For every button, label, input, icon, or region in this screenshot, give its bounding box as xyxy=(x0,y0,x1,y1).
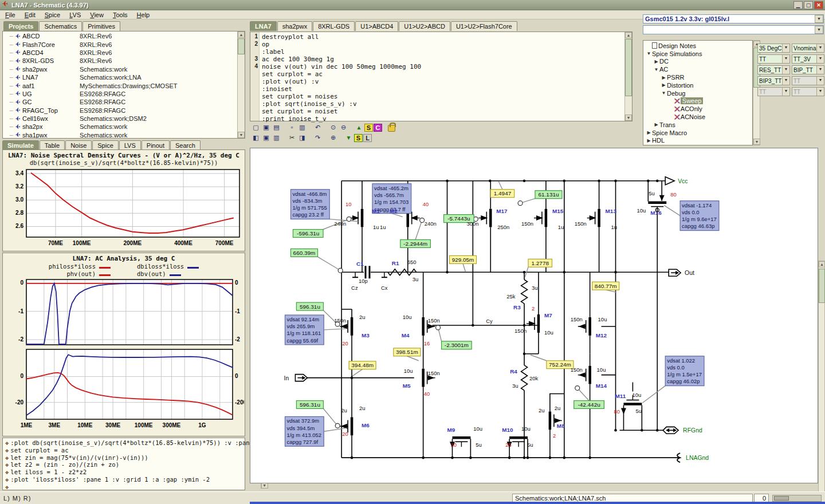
status-slider[interactable] xyxy=(772,495,822,502)
device-M13 xyxy=(587,181,599,272)
spice-script-editor[interactable]: 1234 destroyplot allop:labelac dec 100 3… xyxy=(250,32,632,121)
combo-arrow-icon[interactable]: ▼ xyxy=(815,26,823,34)
tree-item-acnoise[interactable]: ⤫ACNoise xyxy=(643,113,752,121)
tab-search[interactable]: Search xyxy=(170,140,201,150)
menu-lvs[interactable]: LVS xyxy=(65,11,85,19)
tree-item-psrr[interactable]: ▶PSRR xyxy=(643,73,752,81)
tree-item-aconly[interactable]: ⤫ACOnly xyxy=(643,105,752,113)
tab-primitives[interactable]: Primitives xyxy=(82,21,120,31)
tab-lvs[interactable]: LVS xyxy=(119,140,141,150)
redo-icon[interactable]: ↷ xyxy=(313,133,323,143)
c-block-icon[interactable]: C xyxy=(374,124,382,132)
param-combo[interactable]: RES_TT▼ xyxy=(757,65,790,74)
l-block-icon[interactable]: L xyxy=(363,134,372,142)
tree-item-spice-macro[interactable]: ▶Spice Macro xyxy=(643,129,752,137)
print-icon[interactable]: ▤ xyxy=(272,123,281,132)
console-line: ❖let zin = mag(75*v(in)/(v(inr)-v(in))) xyxy=(5,454,261,462)
param-combo[interactable]: TT▼ xyxy=(757,54,790,64)
lock-icon[interactable] xyxy=(388,125,395,132)
process-corner-combo[interactable]: Gsmc015 1.2v 3.3v: gl015lv.l ▼ xyxy=(643,14,824,23)
menu-spice[interactable]: Spice xyxy=(41,11,65,19)
tab-schematics[interactable]: Schematics xyxy=(39,21,82,31)
svg-text:596.31u: 596.31u xyxy=(300,304,320,310)
undo-icon[interactable]: ↶ xyxy=(313,123,323,132)
project-row[interactable]: ─✈RFAGC_TopES9268:RFAGC xyxy=(3,107,237,115)
tree-item-distortion[interactable]: ▶Distortion xyxy=(643,81,752,89)
edit-tab-lna7[interactable]: LNA7 xyxy=(250,21,277,31)
edit-tab-u1-abcd4[interactable]: U1>ABCD4 xyxy=(355,21,398,31)
project-row[interactable]: ─✈aaf1MySchematics:Drawings;CMOSET xyxy=(3,81,237,89)
secondary-combo[interactable]: ▼ xyxy=(643,25,824,34)
editor-code[interactable]: destroyplot allop:labelac dec 100 30meg … xyxy=(260,32,624,121)
edit-tab-8xrl-gds[interactable]: 8XRL-GDS xyxy=(313,21,355,31)
combo-arrow-icon[interactable]: ▼ xyxy=(815,15,823,23)
close-button[interactable]: ✕ xyxy=(814,1,823,9)
save-as-icon[interactable]: ▣ xyxy=(261,133,271,143)
schematic-label: M6 xyxy=(362,422,370,428)
schematic-vscrollbar[interactable]: ▲ ▼ xyxy=(818,261,825,504)
new-icon[interactable]: ▢ xyxy=(251,123,261,132)
param-combo[interactable]: 35 DegC▼ xyxy=(757,44,790,53)
project-row[interactable]: ─✈Flash7Core8XRL:Rev6 xyxy=(3,40,237,48)
project-row[interactable]: ─✈GCES9268:RFAGC xyxy=(3,98,237,106)
param-combo[interactable]: BIP_TT▼ xyxy=(792,65,824,74)
maximize-button[interactable]: ▢ xyxy=(804,1,813,9)
tree-item-dc[interactable]: ▶DC xyxy=(643,58,752,66)
schematic-canvas[interactable]: VccOutInRFGndLNAGndvdsat -466.8mvds -834… xyxy=(250,148,818,483)
project-row[interactable]: ─✈sha2pxSchematics:work xyxy=(3,123,237,131)
minimize-button[interactable]: ▁ xyxy=(793,1,803,9)
script-icon[interactable]: S xyxy=(364,124,373,132)
project-row[interactable]: ─✈ABCD48XRL:Rev6 xyxy=(3,49,237,57)
edit-tab-sha2pwx[interactable]: sha2pwx xyxy=(277,21,312,31)
param-combo[interactable]: Vnominal▼ xyxy=(792,44,824,53)
param-combo[interactable]: TT_3V▼ xyxy=(792,54,824,64)
zoom-icon[interactable]: ⊙ xyxy=(328,123,338,132)
tab-simulate[interactable]: Simulate xyxy=(2,140,39,150)
tree-item-design-notes[interactable]: Design Notes xyxy=(643,42,752,50)
save-icon[interactable]: ▣ xyxy=(261,123,271,132)
project-row[interactable]: ─✈sha2pwxSchematics:work xyxy=(3,65,237,73)
tab-spice[interactable]: Spice xyxy=(92,140,119,150)
menu-view[interactable]: View xyxy=(86,11,108,19)
tab-projects[interactable]: Projects xyxy=(3,21,38,31)
tab-pinout[interactable]: Pinout xyxy=(142,140,170,150)
editor-scrollbar[interactable]: ▲▼ xyxy=(624,32,632,121)
tree-item-ac[interactable]: ▼AC xyxy=(643,65,752,73)
noise-plot[interactable]: 70ME100ME200ME400ME700ME2.62.83.03.23.4 xyxy=(3,166,244,251)
schematic-label: 20 xyxy=(342,431,348,437)
paste-icon[interactable]: ◨ xyxy=(297,133,307,143)
hier-down-icon[interactable]: ▼ xyxy=(344,133,353,143)
tab-table[interactable]: Table xyxy=(40,140,65,150)
zoom-out-icon[interactable]: ⊖ xyxy=(339,123,348,132)
tree-item-sweep[interactable]: ⤫Sweep xyxy=(643,97,752,105)
tree-item-debug[interactable]: ▼Debug xyxy=(643,89,752,97)
zoom-in-icon[interactable]: ⊕ xyxy=(328,133,338,143)
edit-tab-u1-u2-abcd[interactable]: U1>U2>ABCD xyxy=(399,21,450,31)
script-add-icon[interactable]: S xyxy=(354,134,363,142)
tree-item-hdl[interactable]: ▶HDL xyxy=(643,137,752,145)
tree-item-spice-simulations[interactable]: ▼Spice Simulations xyxy=(643,50,752,58)
project-row[interactable]: ─✈8XRL-GDS8XRL:Rev6 xyxy=(3,57,237,65)
ac-plot[interactable]: 00-1-1-2-20-200-2001ME3ME10ME30ME100ME30… xyxy=(3,277,244,435)
command-console[interactable]: ❖:plot db(sqrt(inoise_s_v)/sqrt(4*boltz*… xyxy=(2,438,245,490)
param-combo[interactable]: BIP3_TT▼ xyxy=(757,76,790,85)
hier-up-icon[interactable]: ▲ xyxy=(354,123,364,132)
project-row[interactable]: ─✈Cell16wxSchematics:work;DSM2 xyxy=(3,115,237,123)
tree-item-trans[interactable]: ▶Trans xyxy=(643,121,752,129)
menu-edit[interactable]: Edit xyxy=(21,11,40,19)
columns-icon[interactable]: ▥ xyxy=(272,133,281,143)
project-row[interactable]: ─✈sha1pwxSchematics:work xyxy=(3,131,237,139)
project-row[interactable]: ─✈ABCD8XRL:Rev6 xyxy=(3,32,237,40)
edit-tab-u1-u2-flash7core[interactable]: U1>U2>Flash7Core xyxy=(451,21,517,31)
tab-noise[interactable]: Noise xyxy=(65,140,92,150)
menu-file[interactable]: File xyxy=(1,11,19,19)
select-icon[interactable]: ▫ xyxy=(287,123,297,132)
open-icon[interactable]: ◧ xyxy=(251,133,261,143)
project-list-scrollbar[interactable]: ▲▼ xyxy=(237,32,245,138)
copy-icon[interactable]: ▥ xyxy=(297,123,307,132)
project-row[interactable]: ─✈UGES9268:RFAGC xyxy=(3,90,237,98)
menu-tools[interactable]: Tools xyxy=(109,11,132,19)
project-row[interactable]: ─✈LNA7Schematics:work;LNA xyxy=(3,73,237,81)
menu-help[interactable]: Help xyxy=(133,11,154,19)
cut-icon[interactable]: ✂ xyxy=(287,133,297,143)
